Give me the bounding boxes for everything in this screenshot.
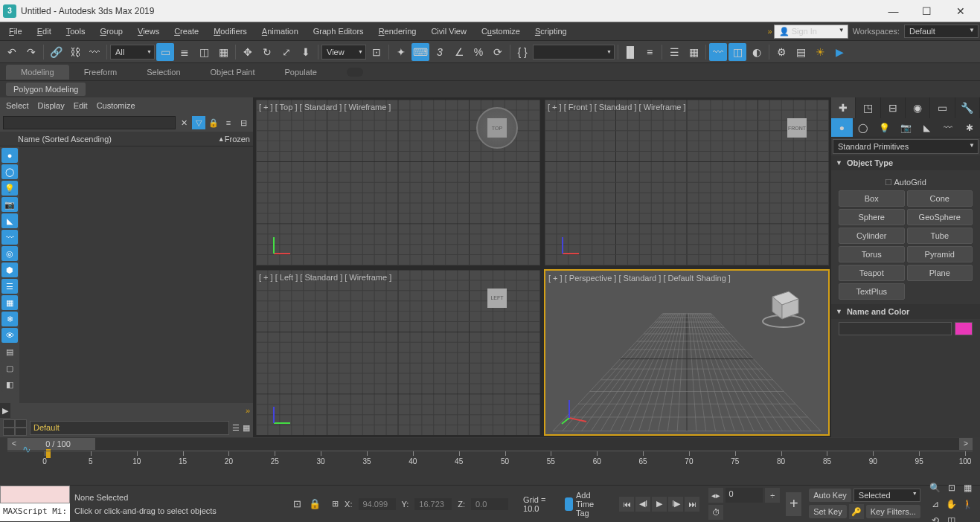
rectangular-region-button[interactable]: ◫	[195, 43, 213, 61]
rotate-button[interactable]: ↻	[258, 43, 276, 61]
menu-civil-view[interactable]: Civil View	[423, 24, 473, 39]
filter-shapes-icon[interactable]: ◯	[1, 164, 18, 179]
filter-container-icon[interactable]: ▦	[1, 295, 18, 310]
named-selection-dropdown[interactable]	[533, 45, 615, 59]
menu-edit[interactable]: Edit	[30, 24, 59, 39]
sign-in-dropdown[interactable]: 👤 Sign In	[774, 25, 848, 39]
bind-spacewarp-button[interactable]: 〰	[86, 43, 103, 61]
set-key-big-button[interactable]: +	[786, 492, 801, 516]
expand-layer-toolbar[interactable]: ▶	[0, 403, 10, 418]
selection-lock-icon[interactable]: 🔒	[308, 497, 321, 511]
object-box-button[interactable]: Box	[839, 190, 905, 207]
mirror-button[interactable]: ▐▌	[621, 43, 639, 61]
render-setup-button[interactable]: ⚙	[772, 43, 790, 61]
viewcube-top[interactable]: TOP	[476, 107, 518, 149]
frame-spinner[interactable]: ÷	[765, 488, 780, 503]
filter-none-button[interactable]: ▢	[1, 361, 18, 376]
viewport-top-label[interactable]: [ + ] [ Top ] [ Standard ] [ Wireframe ]	[259, 103, 391, 112]
schematic-view-button[interactable]: ◫	[728, 43, 746, 61]
named-selection-button[interactable]: { }	[513, 43, 531, 61]
filter-invert-button[interactable]: ◧	[1, 377, 18, 392]
link-button[interactable]: 🔗	[47, 43, 65, 61]
se-menu-display[interactable]: Display	[38, 101, 65, 110]
object-cylinder-button[interactable]: Cylinder	[839, 228, 905, 244]
pivot-center-button[interactable]: ⊡	[368, 43, 385, 61]
viewport-left-label[interactable]: [ + ] [ Left ] [ Standard ] [ Wireframe …	[259, 273, 391, 282]
zoom-extents-all-button[interactable]: ▦	[961, 480, 976, 495]
viewcube-perspective[interactable]	[758, 278, 810, 330]
toggle-ribbon-button[interactable]: ▦	[685, 43, 702, 61]
clear-filter-button[interactable]: ✕	[177, 116, 190, 129]
auto-key-button[interactable]: Auto Key	[809, 489, 851, 502]
filter-groups-icon[interactable]: ◎	[1, 246, 18, 261]
object-textplus-button[interactable]: TextPlus	[839, 283, 905, 300]
isolate-toggle-icon[interactable]: ⊡	[290, 497, 304, 511]
ribbon-tab-modeling[interactable]: Modeling	[6, 65, 69, 80]
key-mode-toggle[interactable]: ◂▸	[708, 488, 723, 503]
x-coord[interactable]: 94.099	[359, 498, 396, 510]
object-tube-button[interactable]: Tube	[907, 228, 973, 244]
maximize-button[interactable]: ☐	[910, 0, 944, 22]
viewport-left[interactable]: [ + ] [ Left ] [ Standard ] [ Wireframe …	[255, 269, 541, 436]
spinner-snap-toggle[interactable]: ⟳	[489, 43, 507, 61]
time-slider[interactable]: < 0 / 100 >	[7, 437, 973, 451]
y-coord[interactable]: 16.723	[414, 498, 452, 510]
unlink-button[interactable]: ⛓	[66, 43, 84, 61]
autogrid-checkbox[interactable]: ☐ AutoGrid	[839, 175, 973, 190]
object-color-swatch[interactable]	[955, 322, 973, 335]
snap-toggle[interactable]: 3	[431, 43, 449, 61]
viewport-perspective[interactable]: [ + ] [ Perspective ] [ Standard ] [ Def…	[544, 269, 830, 436]
subtab-systems[interactable]: ✱	[958, 118, 980, 137]
object-pyramid-button[interactable]: Pyramid	[907, 246, 973, 262]
scene-explorer-header[interactable]: Name (Sorted Ascending) ▲ Frozen	[0, 132, 253, 146]
filter-helpers-icon[interactable]: ◣	[1, 213, 18, 228]
selection-lock-area[interactable]	[0, 486, 70, 503]
menu-views[interactable]: Views	[130, 24, 167, 39]
default-key-icon[interactable]: 🔑	[849, 504, 864, 519]
menu-animation[interactable]: Animation	[254, 24, 306, 39]
layer-explorer-button[interactable]: ☰	[665, 43, 683, 61]
percent-snap-toggle[interactable]: %	[470, 43, 487, 61]
ribbon-tab-populate[interactable]: Populate	[269, 65, 331, 80]
tab-create[interactable]: ✚	[831, 97, 856, 118]
scene-explorer-list[interactable]	[19, 146, 253, 403]
view-by-layer-button[interactable]: ≡	[222, 116, 235, 129]
placement-button[interactable]: ⬇	[297, 43, 315, 61]
object-cone-button[interactable]: Cone	[907, 190, 973, 207]
select-by-name-button[interactable]: ≣	[176, 43, 193, 61]
layer-dropdown[interactable]: Default	[30, 421, 229, 435]
subtab-geometry[interactable]: ●	[831, 118, 853, 137]
category-dropdown[interactable]: Standard Primitives	[833, 139, 979, 154]
add-time-tag-button[interactable]: Add Time Tag	[576, 491, 607, 518]
object-teapot-button[interactable]: Teapot	[839, 265, 905, 281]
transform-type-in-icon[interactable]: ⊞	[332, 499, 339, 509]
menu-create[interactable]: Create	[167, 24, 206, 39]
time-slider-track[interactable]: 0 / 100	[21, 438, 959, 450]
time-config-button[interactable]: ⏱	[708, 505, 723, 520]
goto-start-button[interactable]: ⏮	[619, 497, 634, 512]
max-toggle-button[interactable]: ◫	[944, 513, 959, 523]
filter-lights-icon[interactable]: 💡	[1, 181, 18, 196]
fov-button[interactable]: ⊿	[928, 497, 943, 512]
material-editor-button[interactable]: ◐	[748, 43, 766, 61]
current-frame-input[interactable]: 0	[726, 488, 763, 503]
ribbon-tab-selection[interactable]: Selection	[132, 65, 195, 80]
render-frame-button[interactable]: ▤	[792, 43, 810, 61]
orbit-button[interactable]: ⟲	[928, 513, 943, 523]
manipulate-button[interactable]: ✦	[392, 43, 410, 61]
pan-view-button[interactable]: 🔍	[928, 480, 943, 495]
menu-rendering[interactable]: Rendering	[371, 24, 424, 39]
filter-toggle[interactable]: ▽	[192, 116, 205, 129]
filter-cameras-icon[interactable]: 📷	[1, 197, 18, 212]
filter-spacewarp-icon[interactable]: 〰	[1, 230, 18, 245]
workspace-dropdown[interactable]: Default	[904, 25, 979, 38]
ribbon-collapse-toggle[interactable]	[347, 68, 363, 77]
minimize-button[interactable]: —	[877, 0, 910, 22]
prev-frame-button[interactable]: ◀Ⅰ	[635, 497, 650, 512]
ref-coord-dropdown[interactable]: View	[321, 45, 366, 59]
time-slider-thumb[interactable]: 0 / 100	[21, 438, 95, 450]
time-tag-icon[interactable]	[565, 497, 573, 511]
subtab-cameras[interactable]: 📷	[895, 118, 917, 137]
pan-button[interactable]: ✋	[944, 497, 959, 512]
next-frame-button[interactable]: Ⅰ▶	[668, 497, 683, 512]
